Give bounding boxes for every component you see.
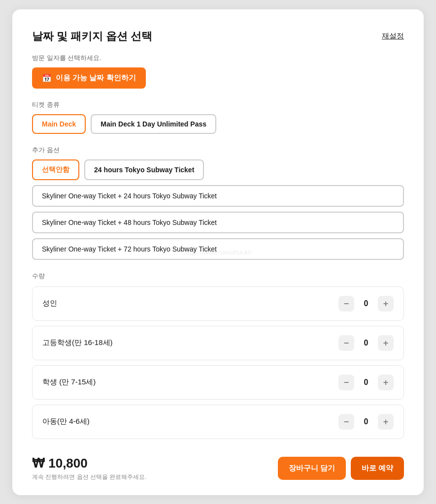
price-amount: ₩ 10,800 <box>32 456 147 471</box>
date-btn-label: 이용 가능 날짜 확인하기 <box>56 73 136 83</box>
quantity-row-child: 아동(만 4-6세) − 0 + <box>32 405 404 439</box>
ticket-type-section: 티켓 종류 Main Deck Main Deck 1 Day Unlimite… <box>32 100 404 134</box>
student-plus-btn[interactable]: + <box>378 375 394 390</box>
book-button[interactable]: 바로 예약 <box>351 457 404 480</box>
child-controls: − 0 + <box>338 414 394 430</box>
ticket-option-main-deck[interactable]: Main Deck <box>32 114 86 134</box>
child-plus-btn[interactable]: + <box>378 414 394 430</box>
extra-inline-options: 선택안함 24 hours Tokyo Subway Ticket <box>32 159 404 180</box>
quantity-section: 수량 성인 − 0 + 고등학생(만 16-18세) − 0 + 학생 (만 7… <box>32 272 404 439</box>
reset-link[interactable]: 재설정 <box>382 32 404 41</box>
footer-buttons: 장바구니 담기 바로 예약 <box>278 457 404 480</box>
cart-button[interactable]: 장바구니 담기 <box>278 457 346 480</box>
extra-label: 추가 옵션 <box>32 146 404 155</box>
adult-controls: − 0 + <box>338 296 394 312</box>
price-section: ₩ 10,800 계속 진행하려면 옵션 선택을 완료해주세요. <box>32 456 147 481</box>
highschool-plus-btn[interactable]: + <box>378 335 394 351</box>
ticket-options: Main Deck Main Deck 1 Day Unlimited Pass <box>32 114 404 134</box>
highschool-label: 고등학생(만 16-18세) <box>42 338 113 347</box>
header: 날짜 및 패키지 옵션 선택 재설정 <box>32 29 404 44</box>
adult-minus-btn[interactable]: − <box>338 296 354 312</box>
quantity-row-highschool: 고등학생(만 16-18세) − 0 + <box>32 326 404 360</box>
extra-skyliner-48h-btn[interactable]: Skyliner One-way Ticket + 48 hours Tokyo… <box>32 212 404 233</box>
student-label: 학생 (만 7-15세) <box>42 378 96 387</box>
highschool-minus-btn[interactable]: − <box>338 335 354 351</box>
child-minus-btn[interactable]: − <box>338 414 354 430</box>
extra-24h-subway-btn[interactable]: 24 hours Tokyo Subway Ticket <box>84 159 204 180</box>
quantity-row-student: 학생 (만 7-15세) − 0 + <box>32 365 404 400</box>
price-note: 계속 진행하려면 옵션 선택을 완료해주세요. <box>32 473 147 481</box>
highschool-controls: − 0 + <box>338 335 394 351</box>
quantity-row-adult: 성인 − 0 + <box>32 286 404 321</box>
calendar-icon: 📅 <box>42 73 52 83</box>
date-instruction: 방문 일자를 선택하세요. <box>32 54 404 63</box>
quantity-label: 수량 <box>32 272 404 281</box>
adult-label: 성인 <box>42 299 57 308</box>
student-minus-btn[interactable]: − <box>338 375 354 390</box>
footer: ₩ 10,800 계속 진행하려면 옵션 선택을 완료해주세요. 장바구니 담기… <box>32 444 404 495</box>
page-title: 날짜 및 패키지 옵션 선택 <box>32 29 152 44</box>
ticket-option-unlimited[interactable]: Main Deck 1 Day Unlimited Pass <box>91 114 216 134</box>
child-label: 아동(만 4-6세) <box>42 417 90 426</box>
extra-none-btn[interactable]: 선택안함 <box>32 159 79 180</box>
extra-skyliner-72h-btn[interactable]: Skyliner One-way Ticket + 72 hours Tokyo… <box>32 238 404 260</box>
adult-value: 0 <box>362 299 370 308</box>
student-value: 0 <box>362 378 370 387</box>
extra-skyliner-24h-btn[interactable]: Skyliner One-way Ticket + 24 hours Tokyo… <box>32 185 404 207</box>
highschool-value: 0 <box>362 339 370 347</box>
extra-options-section: 추가 옵션 선택안함 24 hours Tokyo Subway Ticket … <box>32 146 404 260</box>
main-card: 날짜 및 패키지 옵션 선택 재설정 방문 일자를 선택하세요. 📅 이용 가능… <box>12 9 424 495</box>
extra-block-options: Skyliner One-way Ticket + 24 hours Tokyo… <box>32 185 404 260</box>
date-check-button[interactable]: 📅 이용 가능 날짜 확인하기 <box>32 67 146 89</box>
child-value: 0 <box>362 417 370 426</box>
ticket-label: 티켓 종류 <box>32 100 404 109</box>
student-controls: − 0 + <box>338 375 394 390</box>
adult-plus-btn[interactable]: + <box>378 296 394 312</box>
